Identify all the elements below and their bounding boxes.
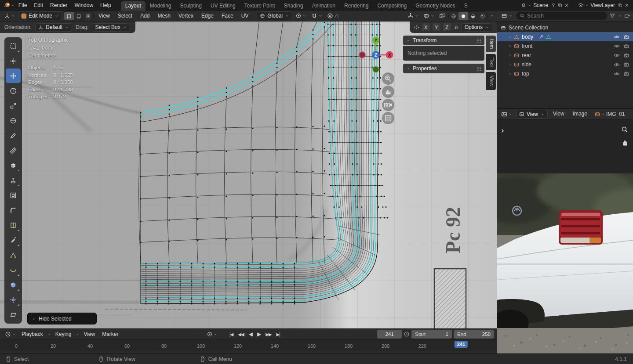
xray-toggle[interactable]	[438, 12, 447, 20]
tool-inset-faces[interactable]	[6, 188, 21, 202]
image-image-menu[interactable]: Image	[570, 108, 590, 119]
menu-file[interactable]: File	[15, 0, 30, 11]
viewlayer-selector[interactable]: ViewLayer	[577, 2, 616, 8]
tool-move[interactable]	[6, 68, 21, 83]
expand-icon[interactable]	[508, 44, 512, 48]
menu-face[interactable]: Face	[218, 11, 236, 22]
axis-x-button[interactable]: X	[422, 23, 430, 31]
expand-icon[interactable]	[508, 62, 512, 67]
scene-selector[interactable]: Scene	[520, 2, 549, 8]
menu-select[interactable]: Select	[115, 11, 135, 22]
tab-animation[interactable]: Animation	[308, 1, 340, 11]
outliner-row-rear[interactable]: rear	[497, 50, 633, 60]
frame-ruler[interactable]: 020406080100120140160180200220 241	[0, 339, 497, 351]
menu-edge[interactable]: Edge	[198, 11, 217, 22]
current-frame-field[interactable]: 241	[377, 330, 402, 339]
menu-edit[interactable]: Edit	[30, 0, 47, 11]
tool-annotate[interactable]	[6, 128, 21, 143]
tool-cursor[interactable]	[6, 54, 21, 68]
snap-toggle[interactable]	[310, 12, 324, 20]
menu-help[interactable]: Help	[97, 0, 115, 11]
outliner-row-front[interactable]: front	[497, 41, 633, 50]
menu-render[interactable]: Render	[47, 0, 71, 11]
remove-viewlayer-icon[interactable]	[624, 3, 629, 8]
image-zoom-icon[interactable]	[621, 126, 629, 133]
image-pan-hand-icon[interactable]	[621, 139, 629, 147]
drag-handle-icon[interactable]	[477, 38, 481, 43]
tab-geometry-nodes[interactable]: Geometry Nodes	[411, 1, 460, 11]
image-view-menu[interactable]: View	[550, 108, 568, 119]
menu-view[interactable]: View	[95, 11, 113, 22]
axis-neg-x-ball[interactable]	[359, 52, 365, 58]
editor-type-dropdown[interactable]	[3, 12, 17, 20]
tool-shear[interactable]	[6, 307, 21, 322]
orientation-dropdown[interactable]: Default	[35, 23, 72, 32]
tool-knife[interactable]	[6, 233, 21, 247]
wireframe-shading-button[interactable]	[449, 12, 458, 20]
camera-visibility-icon[interactable]	[623, 43, 629, 49]
tab-compositing[interactable]: Compositing	[373, 1, 411, 11]
tool-rotate[interactable]	[6, 83, 21, 98]
tool-measure[interactable]	[6, 143, 21, 158]
camera-visibility-icon[interactable]	[623, 71, 629, 77]
material-shading-button[interactable]	[468, 12, 478, 20]
hide-eye-icon[interactable]	[614, 43, 620, 49]
prev-keyframe-button[interactable]: ◀◀	[236, 332, 245, 337]
menu-vertex[interactable]: Vertex	[175, 11, 196, 22]
drag-dropdown[interactable]: Select Box	[92, 23, 130, 32]
tool-spin[interactable]	[6, 263, 21, 277]
new-viewlayer-icon[interactable]	[618, 3, 623, 8]
3d-viewport[interactable]: Pc 92 Y X Z	[0, 22, 497, 328]
pin-icon[interactable]	[551, 3, 556, 8]
outliner-row-top[interactable]: top	[497, 69, 633, 78]
tab-texture-paint[interactable]: Texture Paint	[240, 1, 280, 11]
modifier-wrench-icon[interactable]	[538, 34, 544, 40]
axis-neg-y-ball[interactable]	[373, 66, 379, 72]
chevron-down-icon[interactable]	[11, 3, 15, 7]
keying-menu[interactable]: Keying	[52, 329, 75, 339]
current-frame-marker[interactable]: 241	[455, 341, 468, 348]
image-mode-dropdown[interactable]: View	[516, 110, 548, 119]
tool-transform[interactable]	[6, 113, 21, 128]
outliner-editor-dropdown[interactable]	[500, 12, 514, 20]
hide-eye-icon[interactable]	[614, 61, 620, 68]
axis-z-button[interactable]: Z	[443, 23, 451, 31]
tab-view[interactable]: View	[486, 72, 496, 90]
new-scene-icon[interactable]	[557, 3, 563, 8]
auto-keying-toggle[interactable]	[207, 329, 218, 339]
camera-visibility-icon[interactable]	[623, 52, 629, 58]
snap-base-icon[interactable]	[414, 25, 419, 30]
pan-button[interactable]	[382, 86, 394, 98]
play-button[interactable]: ▶	[255, 331, 262, 337]
menu-mesh[interactable]: Mesh	[155, 11, 174, 22]
show-gizmo-dropdown[interactable]	[406, 12, 420, 20]
drag-handle-icon[interactable]	[477, 66, 481, 71]
shading-dropdown-icon[interactable]	[490, 14, 494, 18]
tab-shading[interactable]: Shading	[280, 1, 308, 11]
timeline-editor-dropdown[interactable]	[4, 330, 18, 338]
hide-eye-icon[interactable]	[614, 52, 620, 58]
delete-scene-icon[interactable]	[564, 3, 569, 8]
expand-icon[interactable]	[508, 72, 512, 76]
mirror-icon[interactable]	[454, 25, 459, 30]
tool-scale[interactable]	[6, 98, 21, 113]
edge-select-button[interactable]	[74, 12, 84, 20]
toggle-ortho-button[interactable]	[382, 112, 394, 124]
filter-icon[interactable]	[609, 13, 615, 19]
new-collection-icon[interactable]	[624, 13, 630, 19]
axis-y-button[interactable]: Y	[433, 23, 440, 31]
chevron-down-icon[interactable]	[618, 14, 622, 18]
end-frame-field[interactable]: End 250	[454, 330, 494, 339]
expand-icon[interactable]	[508, 35, 512, 39]
face-select-button[interactable]	[84, 12, 93, 20]
tab-sculpting[interactable]: Sculpting	[176, 1, 206, 11]
blender-logo-icon[interactable]	[4, 2, 11, 9]
mesh-data-icon[interactable]	[546, 34, 551, 40]
proportional-editing-toggle[interactable]	[326, 12, 341, 20]
hide-eye-icon[interactable]	[614, 71, 620, 77]
tool-poly-build[interactable]	[6, 248, 21, 262]
overlays-dropdown[interactable]	[422, 12, 436, 20]
pivot-point-dropdown[interactable]	[294, 12, 308, 20]
zoom-button[interactable]	[382, 72, 394, 85]
mode-dropdown[interactable]: Edit Mode	[18, 11, 62, 20]
